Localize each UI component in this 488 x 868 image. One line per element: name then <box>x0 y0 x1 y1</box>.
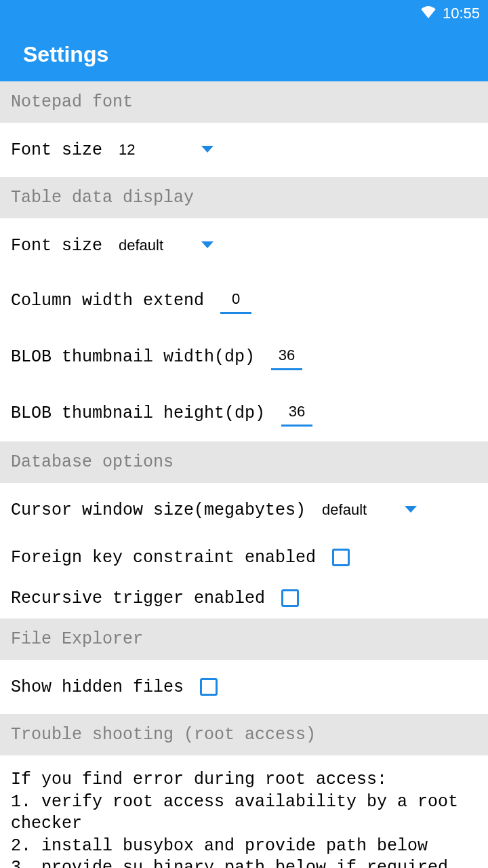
label-column-width: Column width extend <box>11 291 204 311</box>
section-notepad-font: Notepad font <box>0 81 488 123</box>
select-table-font-size[interactable]: default <box>119 237 214 254</box>
status-time: 10:55 <box>443 5 480 22</box>
checkbox-foreign-key[interactable] <box>332 549 350 566</box>
app-bar: Settings <box>0 27 488 81</box>
label-blob-width: BLOB thumbnail width(dp) <box>11 347 255 367</box>
select-cursor-window[interactable]: default <box>322 501 417 519</box>
label-recursive-trigger: Recursive trigger enabled <box>11 589 265 608</box>
section-table-data: Table data display <box>0 177 488 218</box>
select-value: default <box>119 237 211 254</box>
section-trouble: Trouble shooting (root access) <box>0 714 488 755</box>
page-title: Settings <box>23 42 108 67</box>
input-blob-width[interactable]: 36 <box>271 344 302 370</box>
select-notepad-font-size[interactable]: 12 <box>119 141 214 159</box>
chevron-down-icon <box>201 146 214 153</box>
status-bar: 10:55 <box>0 0 488 27</box>
row-notepad-font-size: Font size 12 <box>0 123 488 177</box>
checkbox-show-hidden[interactable] <box>200 678 218 696</box>
input-blob-height[interactable]: 36 <box>281 400 312 427</box>
section-file-explorer: File Explorer <box>0 618 488 660</box>
row-recursive-trigger: Recursive trigger enabled <box>0 578 488 618</box>
label-notepad-font-size: Font size <box>11 140 102 160</box>
trouble-text: If you find error during root access: 1.… <box>0 755 488 868</box>
row-cursor-window: Cursor window size(megabytes) default <box>0 483 488 537</box>
checkbox-recursive-trigger[interactable] <box>281 589 299 607</box>
label-cursor-window: Cursor window size(megabytes) <box>11 500 306 520</box>
row-show-hidden: Show hidden files <box>0 660 488 714</box>
row-column-width: Column width extend 0 <box>0 273 488 329</box>
label-show-hidden: Show hidden files <box>11 677 184 697</box>
label-foreign-key: Foreign key constraint enabled <box>11 548 316 568</box>
chevron-down-icon <box>405 506 417 513</box>
row-foreign-key: Foreign key constraint enabled <box>0 537 488 578</box>
chevron-down-icon <box>201 241 214 248</box>
select-value: 12 <box>119 141 182 159</box>
row-blob-width: BLOB thumbnail width(dp) 36 <box>0 329 488 385</box>
wifi-icon <box>421 5 436 22</box>
section-db-options: Database options <box>0 441 488 483</box>
input-column-width[interactable]: 0 <box>220 288 251 314</box>
label-blob-height: BLOB thumbnail height(dp) <box>11 403 265 423</box>
select-value: default <box>322 501 414 519</box>
label-table-font-size: Font size <box>11 236 102 256</box>
row-blob-height: BLOB thumbnail height(dp) 36 <box>0 385 488 441</box>
row-table-font-size: Font size default <box>0 218 488 273</box>
